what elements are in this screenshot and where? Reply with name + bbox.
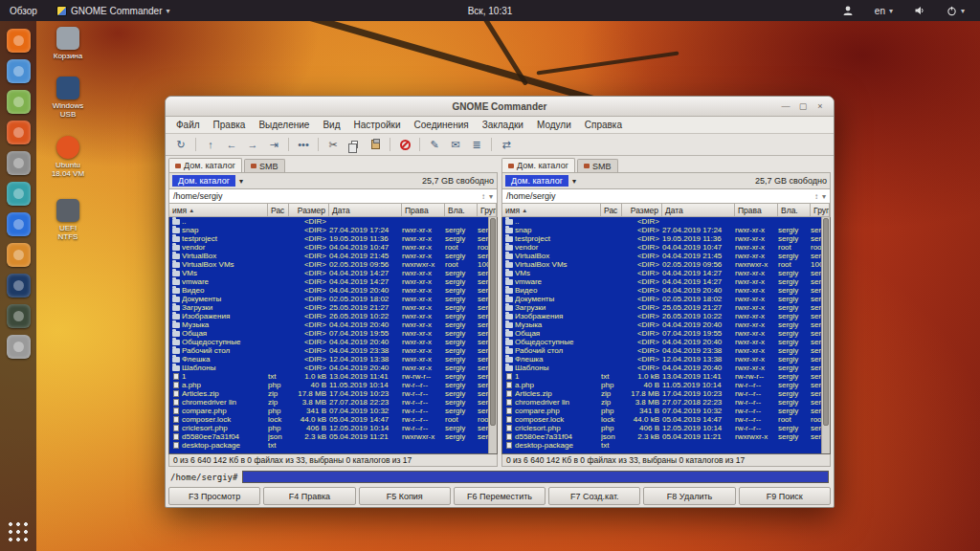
file-row[interactable]: Музыка<DIR>04.04.2019 20:40rwxr-xr-xserg… xyxy=(502,320,821,329)
file-row[interactable]: compare.phpphp341 B07.04.2019 10:32rw-r-… xyxy=(502,407,821,415)
file-row[interactable]: VirtualBox VMs<DIR>02.05.2019 09:56rwxrw… xyxy=(169,260,488,269)
command-input[interactable] xyxy=(242,471,829,483)
file-row[interactable]: VMs<DIR>04.04.2019 14:27rwxr-xr-xsergiys… xyxy=(169,269,488,277)
tab-1[interactable]: SMB xyxy=(244,159,285,172)
menu-item-0[interactable]: Файл xyxy=(169,120,207,130)
file-row[interactable]: VirtualBox VMs<DIR>02.05.2019 09:56rwxrw… xyxy=(502,260,821,269)
file-row[interactable]: Общая<DIR>07.04.2019 19:55rwxr-xr-xsergi… xyxy=(169,329,488,338)
user-indicator[interactable] xyxy=(833,0,863,21)
scrollbar[interactable] xyxy=(821,217,830,453)
scrollbar[interactable] xyxy=(488,217,497,453)
mail-button[interactable]: ✉ xyxy=(446,136,465,153)
menu-item-3[interactable]: Вид xyxy=(316,120,346,130)
menu-item-7[interactable]: Модули xyxy=(530,120,578,130)
file-row[interactable]: Изображения<DIR>26.05.2019 10:22rwxr-xr-… xyxy=(502,312,821,320)
desktop-icon-windows-usb[interactable]: Windows USB xyxy=(44,77,92,119)
f3-button[interactable]: F3 Просмотр xyxy=(168,487,260,505)
file-row[interactable]: ..<DIR> xyxy=(502,217,821,226)
minimize-button[interactable]: — xyxy=(780,101,791,111)
column-header-2[interactable]: Размер xyxy=(622,204,662,217)
file-row[interactable]: vendor<DIR>04.04.2019 10:47rwxr-xr-xroot… xyxy=(169,243,488,252)
terminal-button[interactable]: ≣ xyxy=(467,136,486,153)
file-row[interactable]: 1txt1.0 kB13.04.2019 11:41rw-rw-r--sergi… xyxy=(169,372,488,381)
refresh-button[interactable]: ↻ xyxy=(171,136,190,153)
file-row[interactable]: Документы<DIR>02.05.2019 18:02rwxr-xr-xs… xyxy=(169,295,488,303)
file-row[interactable]: Загрузки<DIR>25.05.2019 21:27rwxr-xr-xse… xyxy=(502,303,821,312)
column-header-5[interactable]: Вла. xyxy=(445,204,478,217)
scrollbar-thumb[interactable] xyxy=(823,218,829,426)
tab-1[interactable]: SMB xyxy=(577,159,618,172)
menu-item-6[interactable]: Закладки xyxy=(476,120,530,130)
file-row[interactable]: VirtualBox<DIR>04.04.2019 21:45rwxr-xr-x… xyxy=(169,252,488,260)
app-menu[interactable]: GNOME Commander ▾ xyxy=(47,0,180,21)
file-row[interactable]: VirtualBox<DIR>04.04.2019 21:45rwxr-xr-x… xyxy=(502,252,821,260)
firefox-icon[interactable] xyxy=(7,29,31,53)
ubuntu-software-icon[interactable] xyxy=(7,121,31,144)
file-row[interactable]: Документы<DIR>02.05.2019 18:02rwxr-xr-xs… xyxy=(502,295,821,303)
file-row[interactable]: testproject<DIR>19.05.2019 11:36rwxr-xr-… xyxy=(169,234,488,243)
file-row[interactable]: Шаблоны<DIR>04.04.2019 20:40rwxr-xr-xser… xyxy=(169,364,488,372)
file-row[interactable]: Articles.zipzip17.8 MB17.04.2019 10:23rw… xyxy=(502,389,821,398)
f4-button[interactable]: F4 Правка xyxy=(263,487,355,505)
delete-button[interactable] xyxy=(395,136,414,153)
file-row[interactable]: Видео<DIR>04.04.2019 20:40rwxr-xr-xsergi… xyxy=(502,286,821,295)
column-header-0[interactable]: имя▲ xyxy=(169,204,268,217)
file-row[interactable]: a.phpphp40 B11.05.2019 10:14rw-r--r--ser… xyxy=(169,381,488,389)
activities-button[interactable]: Обзор xyxy=(0,0,47,21)
file-row[interactable]: testproject<DIR>19.05.2019 11:36rwxr-xr-… xyxy=(502,234,821,243)
file-row[interactable]: Флешка<DIR>12.04.2019 13:38rwxr-xr-xserg… xyxy=(502,355,821,364)
keyboard-layout-indicator[interactable]: en ▾ xyxy=(865,0,902,21)
gimp-icon[interactable] xyxy=(7,304,31,328)
file-row[interactable]: criclesort.phpphp406 B12.05.2019 10:14rw… xyxy=(169,424,488,432)
software-updater-icon[interactable] xyxy=(7,90,31,114)
edit-button[interactable]: ✎ xyxy=(425,136,444,153)
file-row[interactable]: vmware<DIR>04.04.2019 14:27rwxr-xr-xserg… xyxy=(502,277,821,286)
file-row[interactable]: d5580ee7a31f04json2.3 kB05.04.2019 11:21… xyxy=(502,432,821,441)
column-header-6[interactable]: Груп xyxy=(478,204,497,217)
file-row[interactable]: vendor<DIR>04.04.2019 10:47rwxr-xr-xroot… xyxy=(502,243,821,252)
file-row[interactable]: compare.phpphp341 B07.04.2019 10:32rw-r-… xyxy=(169,407,488,415)
connections-button[interactable]: ⇄ xyxy=(497,136,516,153)
file-row[interactable]: Шаблоны<DIR>04.04.2019 20:40rwxr-xr-xser… xyxy=(502,364,821,372)
volume-indicator[interactable] xyxy=(904,0,935,21)
show-applications-icon[interactable] xyxy=(7,520,30,543)
file-row[interactable]: Общедоступные<DIR>04.04.2019 20:40rwxr-x… xyxy=(502,338,821,346)
f6-button[interactable]: F6 Переместить xyxy=(454,487,546,505)
column-header-1[interactable]: Рас xyxy=(268,204,289,217)
copy-button[interactable] xyxy=(345,136,364,153)
path-bar[interactable]: /home/sergiy ↕▾ xyxy=(168,189,498,204)
column-header-3[interactable]: Дата xyxy=(329,204,402,217)
file-row[interactable]: Видео<DIR>04.04.2019 20:40rwxr-xr-xsergi… xyxy=(169,286,488,295)
scrollbar-thumb[interactable] xyxy=(490,218,496,426)
menu-item-8[interactable]: Справка xyxy=(578,120,629,130)
system-settings-icon[interactable] xyxy=(7,151,31,175)
path-bar[interactable]: /home/sergiy ↕▾ xyxy=(501,189,831,204)
maximize-button[interactable]: ▢ xyxy=(797,101,809,111)
file-row[interactable]: composer.locklock44.0 kB05.04.2019 14:47… xyxy=(502,415,821,424)
desktop-icon-ubuntu-vm[interactable]: Ubuntu 18.04 VM xyxy=(44,136,92,178)
column-header-5[interactable]: Вла. xyxy=(778,204,811,217)
f5-button[interactable]: F5 Копия xyxy=(359,487,451,505)
file-row[interactable]: desktop-packagetxt xyxy=(502,441,821,450)
column-header-3[interactable]: Дата xyxy=(662,204,735,217)
tab-0[interactable]: Дом. каталог xyxy=(501,158,575,172)
menu-item-2[interactable]: Выделение xyxy=(252,120,316,130)
file-row[interactable]: Флешка<DIR>12.04.2019 13:38rwxr-xr-xserg… xyxy=(169,355,488,364)
f9-button[interactable]: F9 Поиск xyxy=(739,487,831,505)
desktop-icon-trash[interactable]: Корзина xyxy=(44,27,92,60)
file-row[interactable]: Общедоступные<DIR>04.04.2019 20:40rwxr-x… xyxy=(169,338,488,346)
file-list[interactable]: ..<DIR>snap<DIR>27.04.2019 17:24rwxr-xr-… xyxy=(502,217,821,453)
file-row[interactable]: Рабочий стол<DIR>04.04.2019 23:38rwxr-xr… xyxy=(169,346,488,355)
files-icon[interactable] xyxy=(7,182,31,206)
drive-selector[interactable]: Дом. каталог xyxy=(172,175,235,187)
file-row[interactable]: desktop-packagetxt xyxy=(169,441,488,450)
file-list[interactable]: ..<DIR>snap<DIR>27.04.2019 17:24rwxr-xr-… xyxy=(169,217,488,453)
chevron-down-icon[interactable]: ▾ xyxy=(572,177,576,186)
wine-app-icon[interactable] xyxy=(7,335,31,359)
menu-item-1[interactable]: Правка xyxy=(207,120,253,130)
path-tool-icon-0[interactable]: ↕ xyxy=(814,192,818,201)
chromium-icon[interactable] xyxy=(7,59,31,83)
file-row[interactable]: Музыка<DIR>04.04.2019 20:40rwxr-xr-xserg… xyxy=(169,320,488,329)
virtualbox-icon[interactable] xyxy=(7,274,31,298)
path-tool-icon-1[interactable]: ▾ xyxy=(822,192,826,201)
